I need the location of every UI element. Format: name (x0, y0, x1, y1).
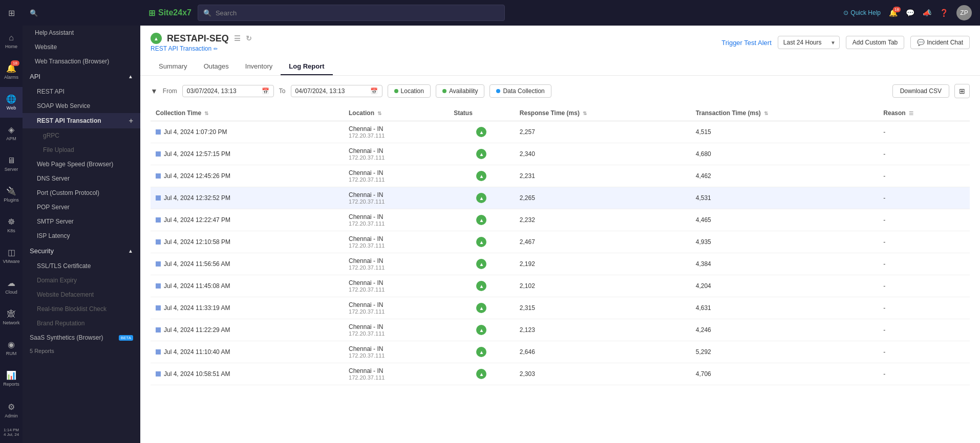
table-row[interactable]: Jul 4, 2024 1:07:20 PM Chennai - IN 172.… (151, 121, 970, 143)
incident-chat-button[interactable]: 💬 Incident Chat (910, 36, 970, 49)
col-collection-time[interactable]: Collection Time ⇅ (151, 105, 344, 121)
sidebar-item-brand-reputation[interactable]: Brand Reputation (23, 316, 140, 330)
nav-rum[interactable]: ◉ RUM (0, 333, 23, 363)
nav-plugins[interactable]: 🔌 Plugins (0, 179, 23, 210)
tab-log-report[interactable]: Log Report (281, 58, 332, 75)
nav-home[interactable]: ⌂ Home (0, 26, 23, 56)
api-section-label: API (30, 73, 40, 80)
global-search-box[interactable]: 🔍 (198, 5, 505, 21)
add-rest-api-transaction-icon[interactable]: + (129, 117, 133, 125)
col-status[interactable]: Status (449, 105, 515, 121)
menu-icon[interactable]: ☰ (234, 34, 241, 42)
sidebar-item-isp-latency[interactable]: ISP Latency (23, 229, 140, 243)
sidebar-item-pop-server[interactable]: POP Server (23, 200, 140, 214)
sidebar-item-rest-api[interactable]: REST API (23, 84, 140, 99)
nav-apm[interactable]: ◈ APM (0, 118, 23, 148)
global-search-input[interactable] (216, 9, 499, 17)
table-row[interactable]: Jul 4, 2024 12:32:52 PM Chennai - IN 172… (151, 187, 970, 209)
col-location[interactable]: Location ⇅ (344, 105, 449, 121)
nav-cloud[interactable]: ☁ Cloud (0, 271, 23, 302)
sidebar-item-grpc[interactable]: gRPC (23, 128, 140, 143)
calendar-icon-from[interactable]: 📅 (262, 87, 269, 95)
table-row[interactable]: Jul 4, 2024 12:22:47 PM Chennai - IN 172… (151, 209, 970, 231)
response-time-value: 2,467 (520, 238, 535, 246)
col-reason[interactable]: Reason ☰ (878, 105, 970, 121)
sidebar-item-port-custom[interactable]: Port (Custom Protocol) (23, 186, 140, 200)
location-filter-button[interactable]: Location (388, 84, 431, 98)
grid-view-button[interactable]: ⊞ (954, 84, 970, 98)
sort-location-icon: ⇅ (377, 110, 381, 116)
monitor-subtitle[interactable]: REST API Transaction ✏ (151, 45, 252, 52)
from-date-input[interactable] (187, 87, 259, 95)
web-transaction-label: Web Transaction (Browser) (35, 58, 109, 65)
chat-button[interactable]: 💬 (906, 9, 914, 17)
user-avatar[interactable]: ZP (956, 5, 972, 20)
tab-outages[interactable]: Outages (196, 58, 237, 75)
col-response-time[interactable]: Response Time (ms) ⇅ (515, 105, 691, 121)
sidebar-item-file-upload[interactable]: File Upload (23, 143, 140, 157)
nav-admin[interactable]: ⚙ Admin (0, 395, 23, 426)
grid-icon: ⊞ (8, 8, 15, 18)
notifications-button[interactable]: 🔔 18 (889, 9, 898, 17)
sidebar-item-domain-expiry[interactable]: Domain Expiry (23, 273, 140, 287)
calendar-icon-to[interactable]: 📅 (370, 87, 378, 95)
location-cell: Chennai - IN 172.20.37.111 (349, 191, 443, 205)
tab-inventory[interactable]: Inventory (237, 58, 281, 75)
table-row[interactable]: Jul 4, 2024 11:33:19 AM Chennai - IN 172… (151, 297, 970, 319)
quick-help-button[interactable]: ⊙ Quick Help (843, 9, 881, 16)
table-row[interactable]: Jul 4, 2024 12:45:26 PM Chennai - IN 172… (151, 165, 970, 187)
table-row[interactable]: Jul 4, 2024 12:10:58 PM Chennai - IN 172… (151, 231, 970, 253)
sidebar-item-website-defacement[interactable]: Website Defacement (23, 287, 140, 302)
nav-server[interactable]: 🖥 Server (0, 148, 23, 179)
sidebar-item-web-transaction[interactable]: Web Transaction (Browser) (23, 54, 140, 69)
sidebar-item-web-page-speed[interactable]: Web Page Speed (Browser) (23, 157, 140, 171)
sidebar-item-soap-web-service[interactable]: SOAP Web Service (23, 99, 140, 113)
refresh-icon[interactable]: ↻ (246, 34, 252, 42)
table-row[interactable]: Jul 4, 2024 10:58:51 AM Chennai - IN 172… (151, 363, 970, 385)
to-date-input-wrapper: 📅 (291, 85, 382, 97)
table-row[interactable]: Jul 4, 2024 12:57:15 PM Chennai - IN 172… (151, 143, 970, 165)
table-row[interactable]: Jul 4, 2024 11:10:40 AM Chennai - IN 172… (151, 341, 970, 363)
table-row[interactable]: Jul 4, 2024 11:56:56 AM Chennai - IN 172… (151, 253, 970, 275)
nav-network-label: Network (3, 320, 19, 325)
reports-icon: 📊 (6, 370, 16, 380)
monitor-title-row: ▲ RESTAPI-SEQ ☰ ↻ REST API Transaction ✏… (151, 33, 970, 52)
cell-reason: - (878, 187, 970, 209)
col-transaction-time[interactable]: Transaction Time (ms) ⇅ (691, 105, 879, 121)
location-ip: 172.20.37.111 (349, 374, 443, 381)
sidebar-section-security[interactable]: Security ▲ (23, 243, 140, 259)
to-date-input[interactable] (295, 87, 367, 95)
sidebar-item-dns-server[interactable]: DNS Server (23, 171, 140, 186)
add-custom-tab-button[interactable]: Add Custom Tab (846, 36, 905, 49)
sidebar-section-api[interactable]: API ▲ (23, 69, 140, 84)
sidebar-item-help[interactable]: Help Assistant (23, 26, 140, 40)
date-range-select[interactable]: Last 24 Hours Last 7 Days Last 30 Days C… (778, 36, 840, 49)
nav-vmware[interactable]: ◫ VMware (0, 240, 23, 271)
table-row[interactable]: Jul 4, 2024 11:22:29 AM Chennai - IN 172… (151, 319, 970, 341)
availability-filter-button[interactable]: Availability (436, 84, 484, 98)
sidebar-item-saas-synthetics[interactable]: SaaS Synthetics (Browser) BETA (23, 330, 140, 345)
tab-summary[interactable]: Summary (151, 58, 196, 75)
nav-apm-label: APM (6, 136, 16, 141)
sidebar-item-realtime-blocklist[interactable]: Real-time Blocklist Check (23, 302, 140, 316)
trigger-test-alert-link[interactable]: Trigger Test Alert (721, 39, 772, 47)
nav-web[interactable]: 🌐 Web (0, 87, 23, 118)
status-up-icon: ▲ (476, 127, 486, 137)
collection-time-value: Jul 4, 2024 11:10:40 AM (164, 348, 230, 356)
sidebar-item-smtp-server[interactable]: SMTP Server (23, 214, 140, 229)
megaphone-button[interactable]: 📣 (923, 9, 931, 17)
reason-value: - (883, 128, 885, 136)
nav-reports[interactable]: 📊 Reports (0, 363, 23, 394)
data-collection-filter-button[interactable]: Data Collection (489, 84, 551, 98)
table-row[interactable]: Jul 4, 2024 11:45:08 AM Chennai - IN 172… (151, 275, 970, 297)
sidebar-item-website[interactable]: Website (23, 40, 140, 54)
sidebar-item-rest-api-transaction[interactable]: REST API Transaction + (23, 113, 140, 128)
help-button[interactable]: ❓ (940, 9, 948, 17)
sort-response-time-icon: ⇅ (583, 110, 587, 116)
nav-k8s[interactable]: ☸ K8s (0, 210, 23, 240)
nav-alarms[interactable]: 🔔 18 Alarms (0, 56, 23, 87)
download-csv-button[interactable]: Download CSV (892, 84, 949, 98)
nav-network[interactable]: 🕸 Network (0, 302, 23, 333)
response-time-value: 2,315 (520, 304, 535, 312)
sidebar-item-ssl-tls[interactable]: SSL/TLS Certificate (23, 259, 140, 273)
